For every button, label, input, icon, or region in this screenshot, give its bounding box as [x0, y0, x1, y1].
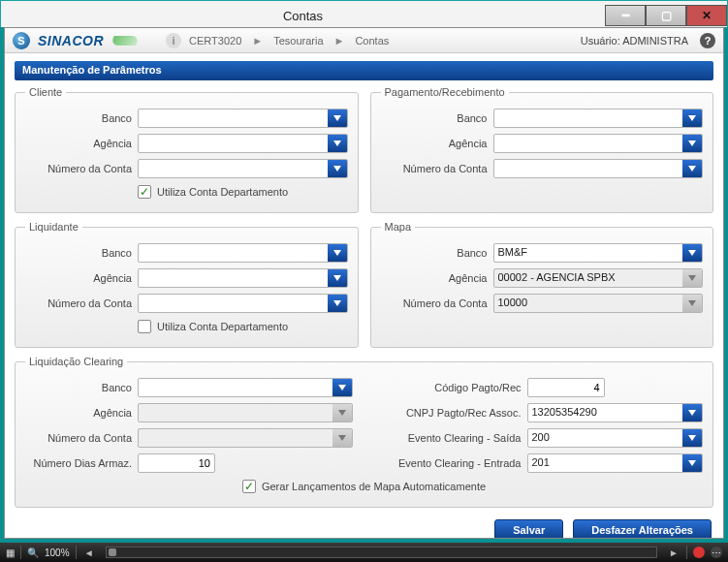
brand-name: SINACOR [38, 33, 104, 48]
chevron-down-icon[interactable] [682, 244, 702, 262]
form-content: Cliente Banco Agência Número [5, 86, 723, 538]
mapa-agencia-value: 00002 - AGENCIA SPBX [494, 269, 683, 287]
label-banco: Banco [25, 112, 132, 124]
window-maximize-button[interactable]: ▢ [646, 5, 686, 26]
cliente-utiliza-depto-label: Utiliza Conta Departamento [157, 186, 288, 198]
window-titlebar: Contas ━ ▢ ✕ [0, 0, 728, 27]
zoom-level: 100% [45, 547, 70, 558]
cliente-agencia-combo[interactable] [138, 134, 348, 153]
fieldset-liquidante: Liquidante Banco Agência Núme [15, 221, 359, 348]
chevron-down-icon[interactable] [328, 135, 347, 152]
breadcrumb-item[interactable]: Contas [355, 35, 389, 47]
zoom-icon[interactable]: 🔍 [27, 547, 39, 558]
legend-liquidante: Liquidante [25, 221, 82, 233]
brand-logo-icon: S [13, 32, 30, 49]
label-evento-entrada: Evento Clearing - Entrada [376, 457, 522, 469]
label-agencia: Agência [25, 272, 132, 284]
liquidante-agencia-combo[interactable] [138, 268, 348, 288]
chevron-down-icon[interactable] [682, 160, 702, 177]
scroll-left-icon[interactable]: ◄ [82, 546, 96, 559]
horizontal-scrollbar[interactable] [106, 546, 657, 558]
clearing-evento-entrada-value: 201 [528, 454, 683, 472]
mapa-conta-value: 10000 [494, 295, 683, 312]
clearing-cnpj-value: 13205354290 [528, 404, 683, 422]
scroll-right-icon[interactable]: ► [667, 546, 681, 559]
mapa-conta-combo: 10000 [493, 294, 704, 313]
cliente-conta-combo[interactable] [138, 159, 348, 178]
breadcrumb-item[interactable]: Tesouraria [273, 35, 323, 47]
breadcrumb-item[interactable]: CERT3020 [189, 35, 241, 47]
fieldset-pagamento: Pagamento/Recebimento Banco Agência [370, 86, 714, 213]
clearing-banco-combo[interactable] [138, 378, 353, 397]
section-title: Manutenção de Parâmetros [22, 64, 162, 76]
label-numero-conta: Número da Conta [25, 163, 132, 174]
fieldset-cliente: Cliente Banco Agência Número [15, 86, 359, 213]
chevron-down-icon[interactable] [682, 404, 702, 422]
clearing-evento-saida-combo[interactable]: 200 [527, 428, 704, 448]
clearing-dias-armaz-input[interactable] [138, 453, 215, 473]
label-agencia: Agência [25, 138, 132, 149]
label-numero-conta: Número da Conta [381, 297, 488, 309]
liquidante-banco-combo[interactable] [138, 243, 348, 263]
label-banco: Banco [25, 247, 132, 259]
liquidante-conta-combo[interactable] [138, 294, 348, 313]
liquidante-utiliza-depto-checkbox[interactable] [138, 320, 151, 333]
clearing-agencia-combo [138, 403, 353, 422]
pagamento-agencia-combo[interactable] [493, 134, 704, 153]
chevron-down-icon[interactable] [682, 135, 702, 152]
window-title: Contas [283, 9, 323, 23]
chevron-right-icon: ► [252, 35, 263, 47]
liquidante-utiliza-depto-label: Utiliza Conta Departamento [157, 321, 288, 332]
undo-button[interactable]: Desfazer Alterações [573, 519, 712, 538]
help-icon[interactable]: ? [700, 33, 715, 48]
window-close-button[interactable]: ✕ [686, 5, 727, 26]
legend-cliente: Cliente [25, 86, 66, 98]
chevron-down-icon[interactable] [682, 429, 702, 447]
clearing-gerar-auto-label: Gerar Lançamentos de Mapa Automaticament… [262, 481, 486, 492]
fieldset-mapa: Mapa Banco BM&F Agência 00002 - AGENCIA … [370, 221, 714, 348]
chevron-down-icon[interactable] [328, 244, 347, 262]
more-icon[interactable]: ⋯ [711, 546, 722, 558]
app-window: S SINACOR i CERT3020 ► Tesouraria ► Cont… [4, 27, 724, 539]
cliente-utiliza-depto-checkbox[interactable] [138, 185, 151, 199]
legend-clearing: Liquidação Clearing [25, 356, 127, 367]
chevron-down-icon [332, 404, 352, 422]
pagamento-conta-combo[interactable] [493, 159, 704, 178]
clearing-evento-entrada-combo[interactable]: 201 [527, 453, 704, 473]
chevron-down-icon[interactable] [328, 160, 347, 177]
mapa-banco-combo[interactable]: BM&F [493, 243, 704, 263]
chevron-down-icon [682, 295, 702, 312]
status-indicator-icon[interactable] [693, 546, 705, 558]
user-label: Usuário: ADMINISTRA [581, 35, 688, 47]
info-icon[interactable]: i [166, 33, 181, 48]
chevron-down-icon[interactable] [328, 269, 347, 287]
chevron-down-icon[interactable] [682, 454, 702, 472]
cliente-banco-combo[interactable] [138, 109, 348, 128]
label-evento-saida: Evento Clearing - Saída [376, 432, 522, 444]
brand-swoosh-icon [109, 36, 142, 46]
grid-icon[interactable]: ▦ [6, 547, 15, 558]
pagamento-banco-combo[interactable] [493, 109, 704, 128]
clearing-gerar-auto-checkbox[interactable] [242, 480, 256, 493]
legend-pagamento: Pagamento/Recebimento [381, 86, 509, 98]
label-agencia: Agência [381, 138, 488, 149]
app-topbar: S SINACOR i CERT3020 ► Tesouraria ► Cont… [5, 28, 723, 53]
clearing-evento-saida-value: 200 [528, 429, 683, 447]
chevron-down-icon[interactable] [328, 109, 347, 127]
clearing-cnpj-combo[interactable]: 13205354290 [527, 403, 704, 422]
label-numero-conta: Número da Conta [25, 297, 132, 309]
window-minimize-button[interactable]: ━ [605, 5, 646, 26]
chevron-down-icon[interactable] [328, 295, 347, 312]
chevron-down-icon[interactable] [332, 379, 352, 396]
label-banco: Banco [25, 382, 132, 393]
clearing-codigo-pagto-input[interactable] [527, 378, 605, 397]
mapa-banco-value: BM&F [494, 244, 683, 262]
chevron-down-icon[interactable] [682, 109, 702, 127]
status-bar: ▦ 🔍 100% ◄ ► ⋯ [0, 543, 728, 562]
label-numero-conta: Número da Conta [25, 432, 132, 444]
save-button[interactable]: Salvar [494, 519, 563, 538]
section-title-bar: Manutenção de Parâmetros [15, 61, 713, 80]
label-dias-armaz: Número Dias Armaz. [25, 457, 132, 469]
clearing-conta-combo [138, 428, 353, 448]
label-cnpj-pagto: CNPJ Pagto/Rec Assoc. [376, 407, 522, 419]
